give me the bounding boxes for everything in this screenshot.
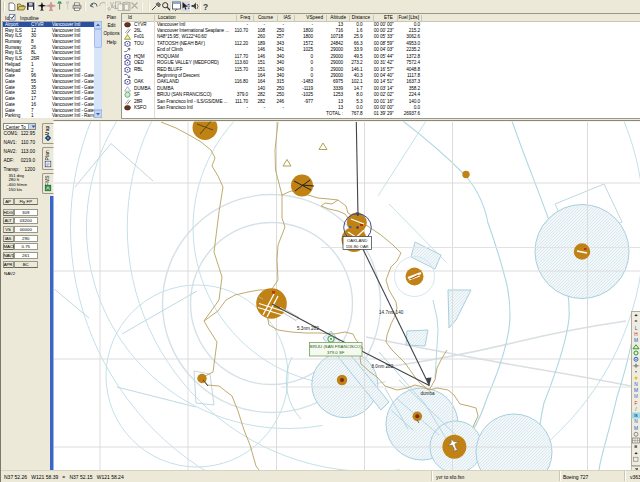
svg-text:BRIJU (SAN FRANCISCO): BRIJU (SAN FRANCISCO) [310, 344, 362, 349]
svg-text:OAKLAND: OAKLAND [347, 238, 368, 243]
svg-text:M: M [634, 388, 638, 393]
svg-text:5.3nm 282: 5.3nm 282 [297, 326, 319, 331]
svg-text:379.0 SF: 379.0 SF [327, 350, 345, 355]
svg-text:F: F [635, 401, 638, 406]
svg-text:N: N [634, 382, 638, 387]
svg-text:M: M [634, 394, 638, 399]
svg-text:H: H [634, 332, 638, 337]
svg-text:L: L [635, 326, 638, 331]
svg-text:14.7nm 140: 14.7nm 140 [379, 310, 404, 315]
svg-text:✦: ✦ [634, 313, 638, 318]
svg-text:M: M [634, 338, 638, 343]
svg-text:N: N [634, 419, 638, 424]
svg-text:✦: ✦ [634, 451, 638, 456]
svg-text:dumba: dumba [421, 391, 435, 396]
svg-text:M: M [634, 426, 638, 431]
svg-text:8.0nm 282: 8.0nm 282 [372, 364, 394, 369]
svg-text:is: is [634, 413, 638, 418]
svg-text:116.80 OAK: 116.80 OAK [346, 244, 369, 249]
svg-text:/: / [635, 407, 637, 412]
svg-text:=: = [635, 319, 638, 324]
